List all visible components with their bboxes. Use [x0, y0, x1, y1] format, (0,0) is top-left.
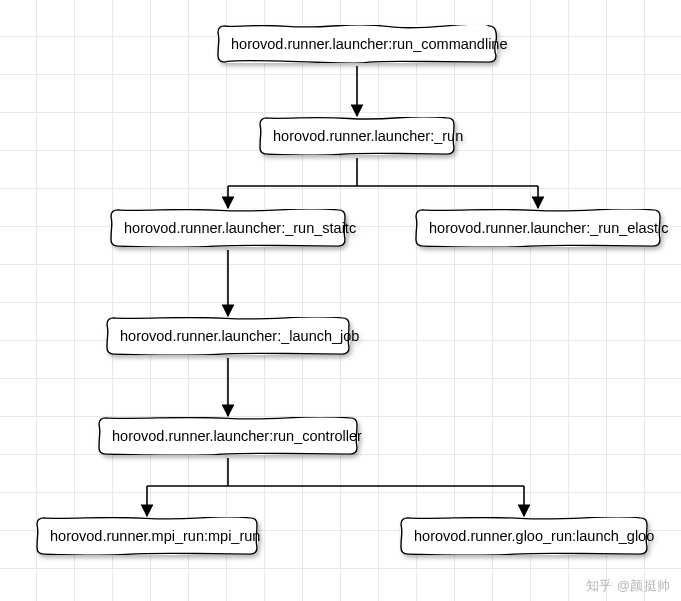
node-label: horovod.runner.launcher:run_commandline [231, 36, 507, 52]
node-run-static: horovod.runner.launcher:_run_staitc [110, 209, 346, 247]
node-mpi-run: horovod.runner.mpi_run:mpi_run [36, 517, 258, 555]
node-label: horovod.runner.gloo_run:launch_gloo [414, 528, 654, 544]
node-label: horovod.runner.mpi_run:mpi_run [50, 528, 260, 544]
watermark-author: @颜挺帅 [617, 578, 671, 593]
node-label: horovod.runner.launcher:_launch_job [120, 328, 359, 344]
node-label: horovod.runner.launcher:_run_elastic [429, 220, 668, 236]
node-label: horovod.runner.launcher:run_controller [112, 428, 362, 444]
node-run-controller: horovod.runner.launcher:run_controller [98, 417, 358, 455]
node-launch-job: horovod.runner.launcher:_launch_job [106, 317, 350, 355]
node-label: horovod.runner.launcher:_run [273, 128, 463, 144]
node-run: horovod.runner.launcher:_run [259, 117, 455, 155]
node-label: horovod.runner.launcher:_run_staitc [124, 220, 356, 236]
watermark: 知乎 @颜挺帅 [586, 577, 671, 595]
edges-layer [0, 0, 681, 601]
node-run-commandline: horovod.runner.launcher:run_commandline [217, 25, 497, 63]
node-run-elastic: horovod.runner.launcher:_run_elastic [415, 209, 661, 247]
node-launch-gloo: horovod.runner.gloo_run:launch_gloo [400, 517, 648, 555]
watermark-brand: 知乎 [586, 578, 613, 593]
